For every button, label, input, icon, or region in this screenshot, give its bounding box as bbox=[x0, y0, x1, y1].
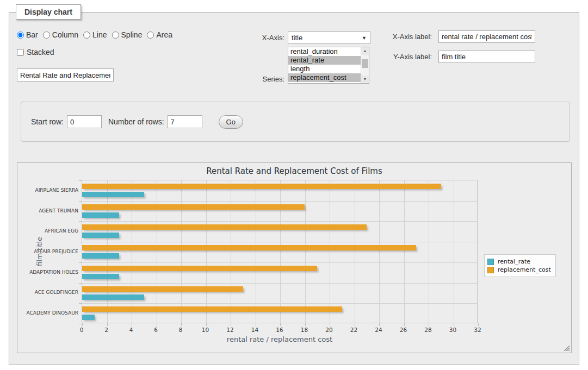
gridline bbox=[454, 180, 454, 323]
bar-rental_rate-airplane-sierra bbox=[82, 192, 144, 197]
chart-type-radio-bar[interactable] bbox=[17, 32, 24, 39]
legend-label: rental_rate bbox=[498, 258, 530, 265]
chart-type-option-bar[interactable]: Bar bbox=[17, 30, 38, 39]
start-row-input[interactable] bbox=[67, 115, 102, 128]
chart-title-input[interactable] bbox=[17, 68, 114, 81]
bar-replacement_cost-adaptation-holes bbox=[82, 266, 317, 271]
series-list-label: Series: bbox=[241, 75, 284, 83]
y-axis-label-input[interactable] bbox=[438, 51, 535, 63]
scroll-down-icon[interactable]: ▼ bbox=[361, 76, 369, 83]
gridline bbox=[256, 180, 256, 323]
x-tick-mark bbox=[132, 323, 132, 326]
gridline bbox=[404, 180, 405, 323]
y-tick-mark bbox=[79, 283, 82, 284]
y-tick-mark bbox=[79, 324, 82, 324]
scroll-up-icon[interactable]: ▲ bbox=[361, 47, 369, 55]
legend-item-rental_rate: rental_rate bbox=[487, 258, 551, 265]
chart-legend: rental_ratereplacement_cost bbox=[484, 254, 556, 277]
x-axis-select[interactable]: title ▼ bbox=[288, 32, 370, 44]
x-tick-label: 12 bbox=[219, 327, 241, 333]
chart-type-radio-spline[interactable] bbox=[112, 32, 119, 39]
chart-type-radio-label: Line bbox=[92, 30, 107, 39]
scrollbar-track[interactable] bbox=[361, 55, 369, 76]
series-options: rental_durationrental_ratelengthreplacem… bbox=[288, 47, 361, 83]
series-listbox[interactable]: rental_durationrental_ratelengthreplacem… bbox=[288, 47, 369, 84]
gridline bbox=[82, 221, 477, 222]
stacked-checkbox[interactable] bbox=[17, 49, 24, 56]
series-option-rental_rate[interactable]: rental_rate bbox=[288, 56, 361, 65]
x-tick-mark bbox=[206, 323, 207, 326]
gridline bbox=[181, 180, 182, 323]
x-tick-mark bbox=[478, 323, 479, 326]
start-row-label: Start row: bbox=[31, 117, 64, 126]
gridline bbox=[429, 180, 429, 323]
listbox-scrollbar[interactable]: ▲ ▼ bbox=[361, 47, 369, 83]
y-tick-mark bbox=[79, 221, 82, 222]
bar-rental_rate-african-egg bbox=[82, 233, 119, 238]
go-button[interactable]: Go bbox=[219, 115, 243, 129]
bar-replacement_cost-affair-prejudice bbox=[82, 245, 416, 250]
legend-label: replacement_cost bbox=[498, 266, 551, 273]
series-option-rental_duration[interactable]: rental_duration bbox=[288, 47, 361, 56]
gridline bbox=[231, 180, 231, 323]
chart-type-option-line[interactable]: Line bbox=[83, 30, 107, 39]
x-tick-label: 16 bbox=[269, 327, 290, 333]
gridline bbox=[82, 242, 477, 242]
chevron-down-icon: ▼ bbox=[362, 35, 367, 41]
x-tick-mark bbox=[181, 323, 182, 326]
gridline bbox=[132, 180, 132, 323]
chart-type-option-area[interactable]: Area bbox=[147, 30, 172, 39]
y-tick-mark bbox=[79, 242, 82, 242]
chart-type-radio-line[interactable] bbox=[83, 32, 90, 39]
x-tick-label: 2 bbox=[96, 327, 117, 333]
chart-type-option-column[interactable]: Column bbox=[43, 30, 78, 39]
x-tick-mark bbox=[404, 323, 405, 326]
gridline bbox=[82, 283, 477, 284]
y-category-label: AFFAIR PREJUDICE bbox=[20, 249, 78, 254]
x-tick-label: 14 bbox=[244, 327, 266, 333]
bar-rental_rate-academy-dinosaur bbox=[82, 315, 95, 320]
x-tick-label: 0 bbox=[71, 327, 92, 333]
number-of-rows-label: Number of rows: bbox=[108, 117, 164, 126]
x-tick-label: 24 bbox=[368, 327, 389, 333]
x-tick-label: 10 bbox=[195, 327, 216, 333]
number-of-rows-input[interactable] bbox=[168, 115, 202, 128]
scrollbar-thumb[interactable] bbox=[362, 59, 368, 68]
series-option-replacement_cost[interactable]: replacement_cost bbox=[288, 73, 361, 82]
fieldset-legend: Display chart bbox=[16, 4, 81, 20]
gridline bbox=[107, 180, 108, 323]
legend-swatch-replacement_cost bbox=[487, 267, 494, 273]
gridline bbox=[305, 180, 306, 323]
series-option-length[interactable]: length bbox=[288, 65, 361, 73]
bar-rental_rate-ace-goldfinger bbox=[82, 294, 144, 300]
bar-rental_rate-adaptation-holes bbox=[82, 274, 119, 279]
bar-replacement_cost-academy-dinosaur bbox=[82, 306, 342, 312]
bar-replacement_cost-ace-goldfinger bbox=[82, 286, 243, 292]
chart-container: Rental Rate and Replacement Cost of Film… bbox=[17, 162, 572, 353]
gridline bbox=[82, 262, 477, 263]
y-category-label: ACE GOLDFINGER bbox=[20, 290, 78, 295]
bar-replacement_cost-african-egg bbox=[82, 224, 367, 230]
x-axis-label-field-label: X-Axis label: bbox=[377, 33, 432, 41]
x-tick-mark bbox=[231, 323, 231, 326]
display-chart-fieldset: Display chart BarColumnLineSplineArea St… bbox=[9, 12, 579, 365]
x-tick-label: 32 bbox=[467, 327, 488, 333]
chart-type-radio-column[interactable] bbox=[43, 32, 50, 39]
row-controls-panel: Start row: Number of rows: Go bbox=[21, 102, 570, 142]
x-tick-label: 26 bbox=[393, 327, 414, 333]
x-tick-label: 8 bbox=[170, 327, 191, 333]
gridline bbox=[379, 180, 380, 323]
y-category-label: ACADEMY DINOSAUR bbox=[20, 310, 78, 316]
x-axis-label-input[interactable] bbox=[438, 30, 535, 43]
bar-rental_rate-agent-truman bbox=[82, 212, 119, 218]
x-tick-label: 22 bbox=[343, 327, 365, 333]
x-tick-mark bbox=[429, 323, 429, 326]
x-tick-label: 18 bbox=[294, 327, 315, 333]
chart-type-radio-area[interactable] bbox=[147, 32, 154, 39]
chart-type-option-spline[interactable]: Spline bbox=[112, 30, 143, 39]
chart-x-axis-label: rental rate / replacement cost bbox=[82, 335, 478, 343]
x-tick-mark bbox=[82, 323, 83, 326]
y-axis-label-field-label: Y-Axis label: bbox=[377, 53, 432, 61]
resize-handle-icon[interactable] bbox=[563, 344, 570, 351]
stacked-option[interactable]: Stacked bbox=[17, 48, 54, 57]
